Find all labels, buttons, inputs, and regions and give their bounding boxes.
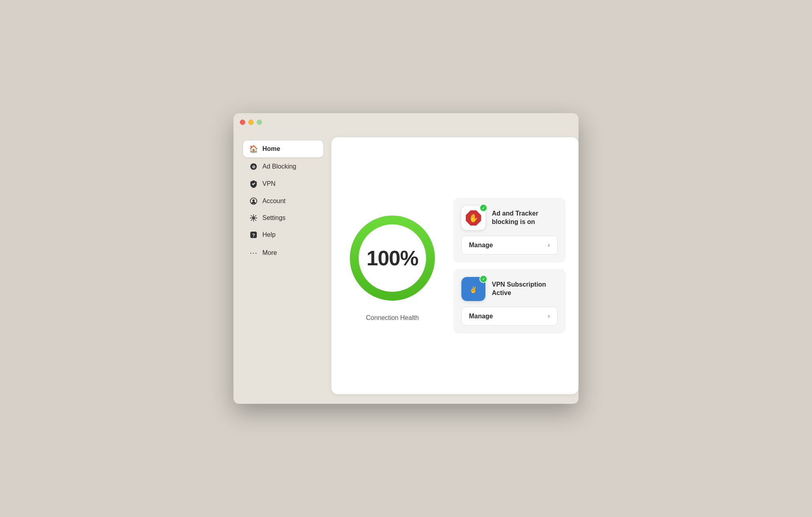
app-window: 🏠 Home ⊘ Ad Blocking (233, 113, 579, 404)
sidebar-label-help: Help (262, 231, 276, 238)
ad-tracker-block: ✋ ✓ Ad and Tracker blocking is on Manage… (453, 198, 566, 263)
sidebar-label-vpn: VPN (262, 180, 276, 187)
svg-point-3 (252, 199, 254, 202)
connection-ring: 100% (344, 210, 441, 306)
svg-text:✌️: ✌️ (469, 286, 477, 293)
health-section: 100% Connection Health (344, 150, 441, 381)
vpn-manage-button[interactable]: Manage › (461, 307, 558, 326)
sidebar-label-ad-blocking: Ad Blocking (262, 163, 296, 170)
svg-text:⊘: ⊘ (252, 165, 255, 169)
sidebar-item-home[interactable]: 🏠 Home (243, 140, 323, 157)
ad-check-badge: ✓ (479, 204, 487, 212)
connection-label: Connection Health (366, 314, 419, 322)
sidebar-label-home: Home (262, 145, 280, 153)
sidebar-item-help[interactable]: ? Help (243, 227, 323, 242)
maximize-button[interactable] (257, 120, 262, 125)
sidebar-item-ad-blocking[interactable]: ⊘ Ad Blocking (243, 159, 323, 174)
ad-tracker-header: ✋ ✓ Ad and Tracker blocking is on (461, 206, 558, 230)
home-icon: 🏠 (250, 145, 258, 153)
settings-icon (250, 214, 258, 222)
ad-manage-label: Manage (469, 242, 493, 249)
sidebar-item-settings[interactable]: Settings (243, 210, 323, 226)
vpn-header: ✌️ ✓ VPN Subscription Active (461, 277, 558, 301)
vpn-icon (250, 180, 258, 188)
ad-status-text: Ad and Tracker blocking is on (492, 210, 558, 226)
svg-text:?: ? (252, 232, 255, 238)
ad-tracker-icon-wrapper: ✋ ✓ (461, 206, 485, 230)
vpn-manage-chevron-icon: › (548, 312, 550, 320)
vpn-status-text: VPN Subscription Active (492, 281, 558, 297)
svg-point-4 (253, 217, 255, 219)
sidebar-label-account: Account (262, 197, 286, 205)
ad-blocking-icon: ⊘ (250, 163, 258, 170)
sidebar-label-more: More (262, 249, 277, 256)
sidebar: 🏠 Home ⊘ Ad Blocking (243, 137, 323, 394)
vpn-icon-wrapper: ✌️ ✓ (461, 277, 485, 301)
more-icon: ··· (250, 248, 258, 257)
vpn-manage-label: Manage (469, 313, 493, 320)
vpn-shield-icon: ✌️ (466, 281, 481, 297)
health-percentage: 100% (367, 246, 418, 270)
sidebar-label-settings: Settings (262, 214, 286, 222)
sidebar-item-vpn[interactable]: VPN (243, 176, 323, 192)
close-button[interactable] (240, 120, 245, 125)
help-icon: ? (250, 231, 258, 238)
title-bar (233, 113, 579, 131)
sidebar-item-more[interactable]: ··· More (243, 244, 323, 261)
ad-stop-sign-icon: ✋ (465, 210, 482, 226)
ad-manage-chevron-icon: › (548, 241, 550, 249)
vpn-check-badge: ✓ (479, 275, 487, 283)
minimize-button[interactable] (248, 120, 254, 125)
status-section: ✋ ✓ Ad and Tracker blocking is on Manage… (453, 150, 566, 381)
window-content: 🏠 Home ⊘ Ad Blocking (233, 131, 579, 404)
svg-text:✋: ✋ (469, 213, 479, 223)
vpn-block: ✌️ ✓ VPN Subscription Active Manage › (453, 269, 566, 334)
ad-manage-button[interactable]: Manage › (461, 236, 558, 254)
account-icon (250, 197, 258, 205)
main-content: 100% Connection Health (331, 137, 579, 394)
sidebar-item-account[interactable]: Account (243, 193, 323, 209)
